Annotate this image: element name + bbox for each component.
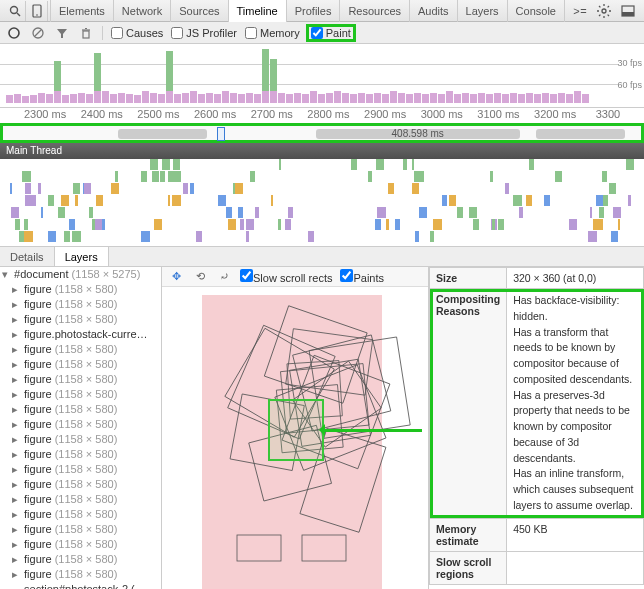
rotate-icon[interactable]: ⟲ <box>192 269 208 285</box>
paint-checkbox[interactable]: Paint <box>308 26 354 40</box>
svg-line-10 <box>608 14 609 15</box>
time-ruler: 2300 ms2400 ms2500 ms2600 ms2700 ms2800 … <box>0 108 644 123</box>
subtab-layers[interactable]: Layers <box>55 247 109 266</box>
subtab-details[interactable]: Details <box>0 247 55 266</box>
memory-label: Memory <box>260 27 300 39</box>
svg-line-17 <box>35 30 41 36</box>
tree-row[interactable]: ▸ figure (1158 × 580) <box>0 282 161 297</box>
tree-row[interactable]: ▸ figure (1158 × 580) <box>0 522 161 537</box>
slow-rects-label: Slow scroll rects <box>253 272 332 284</box>
fps-30-label: 30 fps <box>617 58 642 68</box>
tab-console[interactable]: Console <box>507 0 565 22</box>
tab-timeline[interactable]: Timeline <box>228 0 286 22</box>
tree-row[interactable]: ▸ figure (1158 × 580) <box>0 447 161 462</box>
fps-chart[interactable]: 30 fps 60 fps <box>0 44 644 108</box>
drawer-toggle-icon[interactable]: > = <box>568 1 592 21</box>
prop-ssr-val <box>507 551 644 584</box>
jsprofiler-checkbox[interactable]: JS Profiler <box>171 27 237 39</box>
tree-row[interactable]: ▸ figure (1158 × 580) <box>0 507 161 522</box>
tree-row[interactable]: ▸ figure (1158 × 580) <box>0 432 161 447</box>
tree-row[interactable]: ▸ figure (1158 × 580) <box>0 357 161 372</box>
tree-row[interactable]: ▸ figure (1158 × 580) <box>0 492 161 507</box>
svg-line-9 <box>599 6 600 7</box>
dock-icon[interactable] <box>616 1 640 21</box>
tree-row[interactable]: ▸ figure (1158 × 580) <box>0 567 161 582</box>
tree-row[interactable]: ▸ figure (1158 × 580) <box>0 312 161 327</box>
tree-row[interactable]: ▸ figure (1158 × 580) <box>0 342 161 357</box>
record-icon[interactable] <box>6 25 22 41</box>
tab-audits[interactable]: Audits <box>409 0 457 22</box>
ruler-tick: 2900 ms <box>364 108 406 120</box>
prop-ssr-key: Slow scroll regions <box>430 551 507 584</box>
annotation-arrow <box>322 429 422 432</box>
jsprofiler-label: JS Profiler <box>186 27 237 39</box>
svg-point-0 <box>10 6 17 13</box>
prop-comp-key: Compositing Reasons <box>430 289 507 519</box>
tab-network[interactable]: Network <box>113 0 170 22</box>
ruler-tick: 2700 ms <box>251 108 293 120</box>
tree-row[interactable]: ▸ figure (1158 × 580) <box>0 537 161 552</box>
settings-gear-icon[interactable] <box>592 1 616 21</box>
tree-row[interactable]: ▸ figure (1158 × 580) <box>0 297 161 312</box>
svg-point-4 <box>602 9 606 13</box>
layer-properties: Size 320 × 360 (at 0,0) Compositing Reas… <box>428 267 644 589</box>
causes-label: Causes <box>126 27 163 39</box>
overview-scrubber[interactable]: 408.598 ms <box>0 123 644 143</box>
tree-row[interactable]: section#photostack-2 (… <box>0 582 161 589</box>
tab-sources[interactable]: Sources <box>170 0 227 22</box>
svg-point-3 <box>36 14 38 16</box>
paints-checkbox[interactable]: Paints <box>340 269 384 284</box>
ruler-tick: 3000 ms <box>421 108 463 120</box>
ruler-tick: 2400 ms <box>81 108 123 120</box>
tree-row[interactable]: ▸ figure (1158 × 580) <box>0 552 161 567</box>
slow-rects-checkbox[interactable]: Slow scroll rects <box>240 269 332 284</box>
layer-tree[interactable]: ▾ #document (1158 × 5275)▸ figure (1158 … <box>0 267 162 589</box>
prop-mem-val: 450 KB <box>507 518 644 551</box>
prop-size-val: 320 × 360 (at 0,0) <box>507 268 644 289</box>
pan-icon[interactable]: ✥ <box>168 269 184 285</box>
garbage-icon[interactable] <box>78 25 94 41</box>
ruler-tick: 2300 ms <box>24 108 66 120</box>
main-thread-header: Main Thread <box>0 143 644 159</box>
reset-icon[interactable]: ⤾ <box>216 269 232 285</box>
tree-row[interactable]: ▸ figure (1158 × 580) <box>0 462 161 477</box>
prop-comp-val: Has backface-visibility: hidden. Has a t… <box>507 289 644 519</box>
tree-row[interactable]: ▾ #document (1158 × 5275) <box>0 267 161 282</box>
filter-icon[interactable] <box>54 25 70 41</box>
tree-row[interactable]: ▸ figure (1158 × 580) <box>0 372 161 387</box>
tab-resources[interactable]: Resources <box>339 0 409 22</box>
memory-checkbox[interactable]: Memory <box>245 27 300 39</box>
svg-line-1 <box>17 13 20 16</box>
flame-chart[interactable] <box>0 159 644 247</box>
ruler-tick: 3100 ms <box>477 108 519 120</box>
prop-size-key: Size <box>430 268 507 289</box>
svg-rect-38 <box>237 535 281 561</box>
ruler-tick: 2800 ms <box>307 108 349 120</box>
tree-row[interactable]: ▸ figure (1158 × 580) <box>0 477 161 492</box>
ruler-tick: 2500 ms <box>137 108 179 120</box>
search-icon[interactable] <box>4 1 26 21</box>
device-icon[interactable] <box>26 1 48 21</box>
tree-row[interactable]: ▸ figure (1158 × 580) <box>0 417 161 432</box>
ruler-tick: 2600 ms <box>194 108 236 120</box>
svg-rect-39 <box>302 535 346 561</box>
layer-stage[interactable] <box>162 287 428 589</box>
tab-profiles[interactable]: Profiles <box>286 0 340 22</box>
clear-icon[interactable] <box>30 25 46 41</box>
paints-label: Paints <box>353 272 384 284</box>
tab-elements[interactable]: Elements <box>50 0 113 22</box>
prop-mem-key: Memory estimate <box>430 518 507 551</box>
paint-label: Paint <box>326 27 351 39</box>
svg-line-12 <box>608 6 609 7</box>
causes-checkbox[interactable]: Causes <box>111 27 163 39</box>
tree-row[interactable]: ▸ figure (1158 × 580) <box>0 387 161 402</box>
fps-60-label: 60 fps <box>617 80 642 90</box>
tree-row[interactable]: ▸ figure.photostack-curre… <box>0 327 161 342</box>
svg-rect-14 <box>622 12 634 16</box>
ruler-tick: 3200 ms <box>534 108 576 120</box>
overview-duration: 408.598 ms <box>392 128 444 139</box>
tab-layers[interactable]: Layers <box>457 0 507 22</box>
svg-point-15 <box>9 28 19 38</box>
tree-row[interactable]: ▸ figure (1158 × 580) <box>0 402 161 417</box>
svg-marker-18 <box>57 29 67 38</box>
